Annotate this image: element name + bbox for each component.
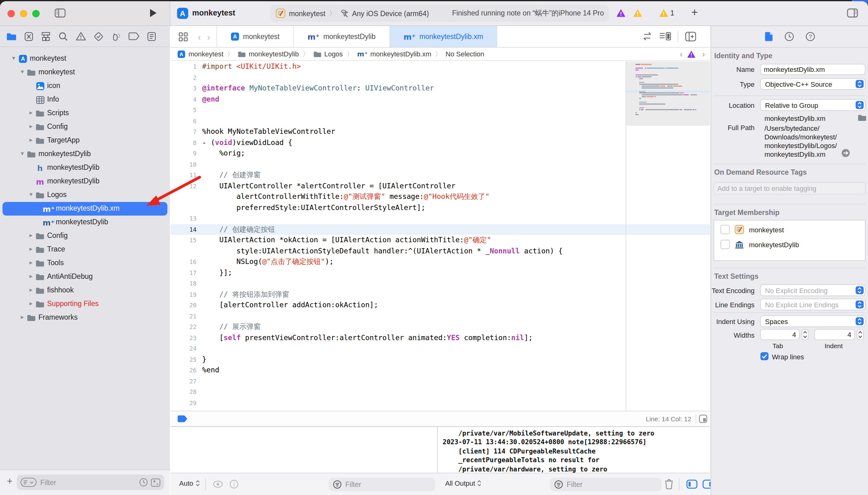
tree-item-monkeytestdylib[interactable]: m⁺monkeytestDylib [0,216,170,229]
line-endings-dropdown[interactable]: No Explicit Line Endings [760,298,866,310]
line-number[interactable]: 18 [170,278,202,289]
tab-width-stepper[interactable] [802,329,808,340]
tree-item-logos[interactable]: ▾Logos [0,188,170,202]
editor-options-icon[interactable] [659,32,671,41]
open-full-path-arrow-icon[interactable] [841,149,850,157]
line-number[interactable]: 25 [170,354,202,365]
add-editor-icon[interactable] [685,32,696,41]
debug-icon[interactable] [111,31,121,41]
line-number[interactable]: 8 [170,137,202,148]
breadcrumb-selection[interactable]: No Selection [446,50,484,57]
code-editor[interactable]: 1#import <UIKit/UIKit.h>23@interface MyN… [170,61,710,410]
tree-item-monkeytestdylib-xm[interactable]: m⁺monkeytestDylib.xm [0,202,170,216]
tree-item-trace[interactable]: ▸Trace [0,243,170,256]
swap-editor-icon[interactable] [642,32,653,41]
console-output[interactable]: /private/var/MobileSoftwareUpdate, setti… [438,427,710,475]
line-number[interactable]: 15 [170,235,202,246]
new-tab-button[interactable]: + [691,6,698,19]
breadcrumb-group[interactable]: monkeytestDylib [249,50,299,57]
name-field[interactable]: monkeytestDylib.xm [760,64,866,75]
line-number[interactable]: 5 [170,105,202,116]
navigator-filter-field[interactable]: Filter [17,475,164,490]
tab-monkeytest[interactable]: A monkeytest [216,26,294,47]
line-number[interactable]: 16 [170,256,202,267]
jumpbar-issue-icon[interactable]: ! [687,50,696,58]
toggle-left-sidebar-icon[interactable] [54,8,66,18]
target-row-monkeytest[interactable]: monkeytest [720,225,865,234]
help-inspector-tab-icon[interactable]: ? [805,32,815,41]
forward-chevron-icon[interactable]: › [205,26,216,47]
find-icon[interactable] [58,31,68,41]
line-number[interactable]: 6 [170,116,202,126]
tests-icon[interactable] [94,31,103,41]
line-number[interactable] [170,246,202,256]
target-checkbox-unchecked[interactable] [720,225,730,234]
toggle-variables-view-icon[interactable] [686,479,698,489]
line-number[interactable]: 14 [170,224,202,235]
type-dropdown[interactable]: Objective-C++ Source [760,78,866,90]
indent-width-field[interactable]: 4 [814,329,855,340]
odr-tags-field[interactable]: Add to a target to enable tagging [714,182,866,194]
scheme-destination[interactable]: Any iOS Device (arm64) [352,10,429,17]
line-number[interactable]: 23 [170,332,202,343]
jumpbar-forward-chevron[interactable]: › [702,49,705,59]
tree-item-config[interactable]: ▸Config [0,229,170,243]
indent-using-dropdown[interactable]: Spaces [760,315,866,327]
location-dropdown[interactable]: Relative to Group [760,99,866,111]
tab-monkeytestdylib[interactable]: m⁺ monkeytestDylib [294,26,390,47]
line-number[interactable]: 11 [170,170,202,181]
variables-view[interactable] [170,427,437,473]
back-chevron-icon[interactable]: ‹ [194,26,205,47]
tab-width-field[interactable]: 4 [760,329,800,340]
line-number[interactable]: 3 [170,83,202,94]
tree-item-monkeytestdylib[interactable]: ▾monkeytestDylib [0,148,170,161]
recent-files-clock-icon[interactable] [139,478,148,487]
line-number[interactable] [170,202,202,213]
target-checkbox-unchecked[interactable] [720,240,730,249]
runtime-issue-icon[interactable]: ! [616,9,625,17]
breadcrumb-project[interactable]: monkeytest [188,50,223,57]
variables-filter-field[interactable]: Filter [329,478,435,491]
symbols-icon[interactable] [41,31,51,41]
scheme-selector[interactable]: monkeytest 〉 Any iOS Device (arm64) Fini… [270,5,609,22]
variables-scope-dropdown[interactable]: Auto [179,479,200,487]
line-number[interactable]: 10 [170,159,202,170]
history-inspector-tab-icon[interactable] [784,32,794,41]
tree-item-targetapp[interactable]: ▸TargetApp [0,134,170,148]
line-number[interactable] [170,191,202,202]
line-number[interactable]: 1 [170,61,202,72]
code-minimap[interactable] [626,61,710,126]
indent-width-stepper[interactable] [857,329,864,340]
text-encoding-dropdown[interactable]: No Explicit Encoding [760,284,866,296]
line-number[interactable]: 2 [170,72,202,83]
tree-item-tools[interactable]: ▸Tools [0,256,170,270]
file-inspector-tab-icon[interactable] [764,32,773,41]
project-navigator-icon[interactable] [6,32,17,40]
tree-item-icon[interactable]: icon [0,79,170,93]
tree-item-scripts[interactable]: ▸Scripts [0,106,170,120]
project-file-tree[interactable]: ▾Amonkeytest▾monkeytesticonInfo▸Scripts▸… [0,48,170,470]
tree-item-antiantidebug[interactable]: ▸AntiAntiDebug [0,270,170,284]
line-number[interactable]: 29 [170,397,202,408]
buildtime-warning-icon[interactable]: ! [633,9,642,17]
source-control-status-icon[interactable] [151,478,161,487]
warning-count-badge[interactable]: ! 1 [659,9,674,17]
add-file-button[interactable]: + [7,476,13,487]
issues-icon[interactable] [76,32,86,41]
minimap-toggle-icon[interactable] [699,414,707,423]
line-number[interactable]: 24 [170,343,202,354]
breadcrumb-logos-group[interactable]: Logos [324,50,343,57]
tree-item-info[interactable]: Info [0,93,170,106]
line-number[interactable]: 28 [170,387,202,397]
line-number[interactable]: 21 [170,311,202,322]
line-number[interactable]: 27 [170,376,202,387]
minimize-window-button[interactable] [20,10,27,17]
tree-item-frameworks[interactable]: ▸Frameworks [0,311,170,325]
line-number[interactable]: 17 [170,267,202,278]
tree-item-monkeytestdylib[interactable]: mmonkeytestDylib [0,175,170,188]
line-number[interactable]: 20 [170,300,202,311]
line-number[interactable]: 9 [170,148,202,159]
scheme-target-name[interactable]: monkeytest [289,10,326,17]
view-memory-eye-icon[interactable] [213,480,223,488]
tab-monkeytestdylib-xm-active[interactable]: m⁺ monkeytestDylib.xm [390,26,498,47]
